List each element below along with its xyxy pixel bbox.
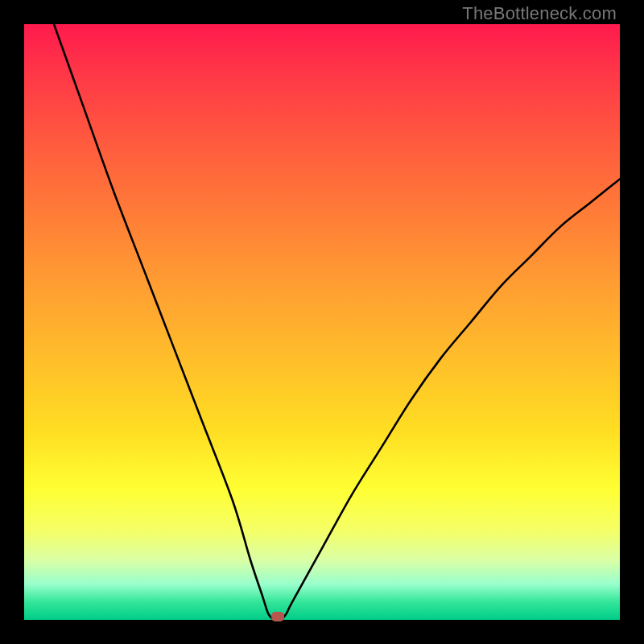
- chart-container: TheBottleneck.com: [0, 0, 644, 644]
- watermark-text: TheBottleneck.com: [462, 3, 617, 24]
- plot-area: [24, 24, 620, 620]
- curve-svg: [24, 24, 620, 620]
- bottleneck-curve: [54, 24, 620, 620]
- optimal-marker: [271, 612, 284, 621]
